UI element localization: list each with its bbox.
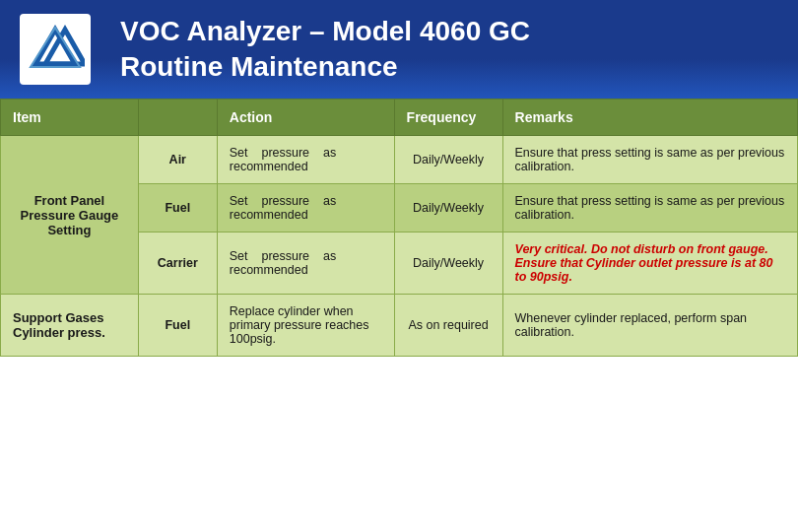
action-carrier: Set pressure as recommended: [217, 233, 394, 295]
company-logo: [20, 14, 91, 85]
table-row: Front PanelPressure GaugeSetting Air Set…: [1, 136, 798, 184]
action-fuel-2: Replace cylinder when primary pressure r…: [217, 295, 394, 357]
remarks-fuel-1: Ensure that press setting is same as per…: [502, 184, 797, 233]
action-air: Set pressure as recommended: [217, 136, 394, 184]
freq-fuel-2: As on required: [394, 295, 502, 357]
sub-fuel-1: Fuel: [138, 184, 217, 233]
freq-air: Daily/Weekly: [394, 136, 502, 184]
remarks-carrier: Very critical. Do not disturb on front g…: [502, 233, 797, 295]
freq-fuel-1: Daily/Weekly: [394, 184, 502, 233]
header-title: VOC Analyzer – Model 4060 GC Routine Mai…: [120, 14, 530, 86]
col-header-action: Action: [217, 100, 394, 136]
action-fuel-1: Set pressure as recommended: [217, 184, 394, 233]
maintenance-table: Item Action Frequency Remarks Front Pane…: [0, 99, 798, 357]
item-front-panel: Front PanelPressure GaugeSetting: [1, 136, 139, 295]
col-header-frequency: Frequency: [394, 100, 502, 136]
remarks-air: Ensure that press setting is same as per…: [502, 136, 797, 184]
col-header-item: Item: [1, 100, 139, 136]
sub-fuel-2: Fuel: [138, 295, 217, 357]
page-header: VOC Analyzer – Model 4060 GC Routine Mai…: [0, 0, 798, 99]
table-row: Support GasesCylinder press. Fuel Replac…: [1, 295, 798, 357]
freq-carrier: Daily/Weekly: [394, 233, 502, 295]
item-support-gases: Support GasesCylinder press.: [1, 295, 139, 357]
remarks-fuel-2: Whenever cylinder replaced, perform span…: [502, 295, 797, 357]
col-header-sub: [138, 100, 217, 136]
sub-carrier: Carrier: [138, 233, 217, 295]
col-header-remarks: Remarks: [502, 100, 797, 136]
sub-air: Air: [138, 136, 217, 184]
